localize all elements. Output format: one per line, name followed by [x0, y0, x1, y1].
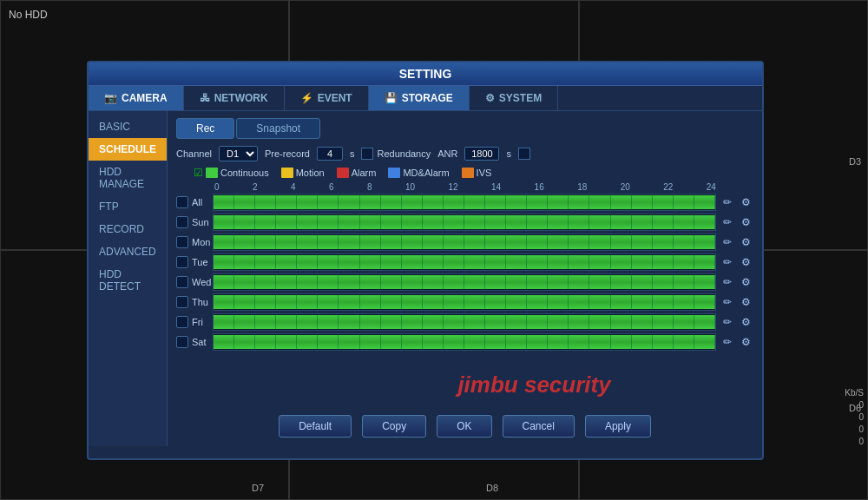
row-checkbox-thu[interactable] [176, 296, 188, 308]
controls-row: Channel D1 Pre-record 4 s Redundancy ANR… [176, 146, 753, 161]
row-label-mon: Mon [192, 237, 213, 247]
time-8: 8 [367, 182, 372, 192]
sidebar-item-hdd-detect[interactable]: HDD DETECT [89, 263, 167, 298]
continuous-color [206, 168, 218, 178]
copy-button[interactable]: Copy [362, 415, 426, 438]
sidebar-item-advanced[interactable]: ADVANCED [89, 240, 167, 263]
sidebar-item-hdd-manage[interactable]: HDD MANAGE [89, 161, 167, 195]
channel-label: Channel [176, 148, 212, 159]
row-checkbox-wed[interactable] [176, 276, 188, 288]
row-label-thu: Thu [192, 297, 213, 307]
cancel-button[interactable]: Cancel [503, 415, 575, 438]
row-settings-thu[interactable]: ⚙ [738, 294, 753, 310]
ok-button[interactable]: OK [437, 415, 491, 438]
row-actions-wed: ✏ ⚙ [720, 274, 753, 290]
legend-motion: Motion [281, 168, 325, 178]
row-bar-mon[interactable] [213, 234, 716, 251]
time-24: 24 [707, 182, 716, 192]
time-22: 22 [663, 182, 673, 192]
time-16: 16 [535, 182, 544, 192]
row-actions-mon: ✏ ⚙ [720, 234, 753, 250]
schedule-row-tue: Tue ✏ ⚙ [176, 253, 753, 272]
sidebar-item-schedule[interactable]: SCHEDULE [89, 138, 167, 161]
row-checkbox-all[interactable] [176, 196, 188, 208]
time-14: 14 [491, 182, 501, 192]
row-edit-tue[interactable]: ✏ [720, 254, 735, 270]
settings-dialog: SETTING 📷 CAMERA 🖧 NETWORK ⚡ EVENT 💾 STO… [87, 61, 764, 460]
anr-checkbox[interactable] [518, 148, 530, 160]
anr-value[interactable]: 1800 [464, 147, 499, 161]
watermark: jimbu security [306, 372, 762, 398]
storage-icon: 💾 [385, 92, 398, 104]
row-bar-all[interactable] [213, 194, 716, 211]
tab-network[interactable]: 🖧 NETWORK [184, 86, 285, 110]
anr-unit: s [506, 148, 511, 159]
row-edit-mon[interactable]: ✏ [720, 234, 735, 250]
time-20: 20 [621, 182, 630, 192]
row-edit-all[interactable]: ✏ [720, 194, 735, 210]
row-bar-fri[interactable] [213, 313, 716, 331]
default-button[interactable]: Default [279, 415, 352, 438]
row-label-tue: Tue [192, 257, 213, 267]
row-settings-all[interactable]: ⚙ [738, 194, 753, 210]
schedule-row-all: All ✏ ⚙ [176, 193, 753, 212]
channel-select[interactable]: D1 [219, 146, 258, 161]
tab-storage-label: STORAGE [402, 92, 453, 104]
row-bar-fill-tue [214, 255, 715, 269]
ivs-color [462, 168, 474, 178]
row-settings-mon[interactable]: ⚙ [738, 234, 753, 250]
prerecord-value[interactable]: 4 [317, 147, 343, 161]
row-bar-sun[interactable] [213, 214, 716, 231]
row-bar-tue[interactable] [213, 253, 716, 271]
row-checkbox-sun[interactable] [176, 216, 188, 228]
row-bar-sat[interactable] [213, 333, 716, 351]
continuous-label: Continuous [220, 168, 269, 178]
row-settings-tue[interactable]: ⚙ [738, 254, 753, 270]
row-bar-fill-all [214, 195, 715, 209]
schedule-row-mon: Mon ✏ ⚙ [176, 233, 753, 252]
top-tab-bar: 📷 CAMERA 🖧 NETWORK ⚡ EVENT 💾 STORAGE ⚙ S… [89, 86, 762, 111]
prerecord-unit: s [350, 148, 355, 159]
content-area: BASIC SCHEDULE HDD MANAGE FTP RECORD ADV… [89, 111, 762, 446]
row-label-fri: Fri [192, 317, 213, 327]
row-edit-wed[interactable]: ✏ [720, 274, 735, 290]
sub-tab-snapshot[interactable]: Snapshot [236, 118, 320, 139]
tab-system[interactable]: ⚙ SYSTEM [470, 86, 558, 110]
row-checkbox-tue[interactable] [176, 256, 188, 268]
anr-label: ANR [437, 148, 457, 159]
sub-tab-rec[interactable]: Rec [176, 118, 234, 139]
legend-row: ☑ Continuous Motion Alarm MD&Alarm [176, 167, 753, 179]
tab-storage[interactable]: 💾 STORAGE [369, 86, 470, 110]
schedule-row-sat: Sat ✏ ⚙ [176, 332, 753, 352]
sidebar-item-basic[interactable]: BASIC [89, 115, 167, 138]
row-bar-thu[interactable] [213, 293, 716, 311]
row-checkbox-mon[interactable] [176, 236, 188, 248]
row-actions-sun: ✏ ⚙ [720, 214, 753, 230]
row-actions-sat: ✏ ⚙ [720, 334, 753, 350]
row-checkbox-sat[interactable] [176, 336, 188, 348]
schedule-container: 0 2 4 6 8 10 12 14 16 18 20 22 24 [176, 182, 753, 352]
row-edit-sun[interactable]: ✏ [720, 214, 735, 230]
camera-icon: 📷 [104, 92, 117, 104]
row-edit-fri[interactable]: ✏ [720, 314, 735, 330]
d7-label: D7 [252, 483, 264, 493]
apply-button[interactable]: Apply [585, 415, 651, 438]
tab-system-label: SYSTEM [499, 92, 542, 104]
row-edit-sat[interactable]: ✏ [720, 334, 735, 350]
time-18: 18 [577, 182, 587, 192]
tab-event[interactable]: ⚡ EVENT [285, 86, 369, 110]
sidebar-item-ftp[interactable]: FTP [89, 195, 167, 218]
row-label-all: All [192, 197, 213, 207]
sidebar-item-record[interactable]: RECORD [89, 218, 167, 240]
tab-camera[interactable]: 📷 CAMERA [89, 86, 184, 110]
row-settings-sun[interactable]: ⚙ [738, 214, 753, 230]
row-settings-wed[interactable]: ⚙ [738, 274, 753, 290]
row-settings-fri[interactable]: ⚙ [738, 314, 753, 330]
row-edit-thu[interactable]: ✏ [720, 294, 735, 310]
row-settings-sat[interactable]: ⚙ [738, 334, 753, 350]
time-4: 4 [291, 182, 296, 192]
md-alarm-label: MD&Alarm [403, 168, 449, 178]
row-bar-wed[interactable] [213, 273, 716, 291]
row-checkbox-fri[interactable] [176, 316, 188, 328]
redundancy-checkbox[interactable] [361, 148, 373, 160]
